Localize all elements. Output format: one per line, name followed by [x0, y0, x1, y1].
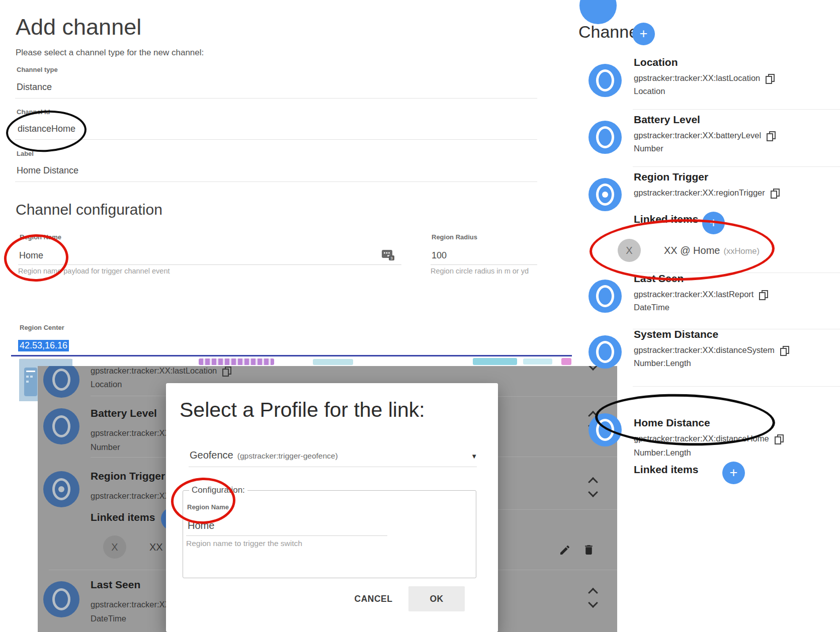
- region-radius-input[interactable]: 100: [432, 250, 447, 261]
- channel-icon: [589, 178, 622, 211]
- chevron-up-icon[interactable]: [588, 588, 598, 598]
- divider: [49, 570, 166, 570]
- item-avatar: X: [103, 535, 126, 559]
- divider: [633, 386, 840, 387]
- divider: [498, 570, 617, 570]
- region-name-input[interactable]: Home: [19, 250, 43, 261]
- channel-icon: [43, 471, 79, 507]
- channel-id-input[interactable]: distanceHome: [18, 124, 75, 134]
- label-field-label: Label: [17, 150, 34, 157]
- cancel-button[interactable]: CANCEL: [345, 588, 402, 610]
- profile-select-value: Geofence: [190, 449, 233, 461]
- radio-icon: [596, 184, 614, 206]
- selected-text: 42.53,16.16: [18, 340, 69, 351]
- channel-icon: [589, 335, 622, 369]
- calculator-icon: [24, 368, 37, 396]
- channel-type: Number: [634, 144, 663, 153]
- divider: [15, 139, 537, 140]
- map-sliver: [523, 358, 552, 365]
- linked-item-label: XX @ Home: [664, 245, 720, 256]
- circle-icon: [596, 419, 614, 441]
- region-radius-hint: Region circle radius in m or yd: [431, 267, 529, 275]
- linked-items-header: Linked items: [634, 213, 698, 225]
- divider: [186, 535, 387, 536]
- channel-title: Battery Level: [91, 407, 157, 419]
- ok-button[interactable]: OK: [408, 586, 465, 611]
- edit-icon[interactable]: [559, 544, 571, 558]
- chevron-down-icon[interactable]: [588, 487, 598, 497]
- region-name-label: Region Name: [20, 233, 61, 241]
- circle-icon: [596, 69, 614, 92]
- add-link-button[interactable]: +: [702, 212, 725, 234]
- dialog-region-name-label: Region Name: [187, 503, 229, 511]
- channel-icon: [589, 121, 622, 154]
- channel-icon: [589, 413, 622, 446]
- linked-items-header: Linked items: [634, 464, 698, 476]
- linked-items-header: Linked items: [91, 511, 155, 523]
- map-sliver: [561, 358, 571, 365]
- radio-icon: [52, 478, 70, 500]
- channel-type: Number: [91, 442, 120, 452]
- keypad-icon[interactable]: 3: [381, 248, 395, 263]
- divider: [91, 396, 166, 396]
- copy-icon[interactable]: [759, 290, 768, 299]
- copy-icon[interactable]: [775, 434, 783, 443]
- delete-icon[interactable]: [582, 544, 595, 558]
- channel-uid: gpstracker:tracker:XX:lastLocation: [91, 366, 231, 376]
- channel-title: Battery Level: [634, 114, 700, 126]
- copy-icon[interactable]: [771, 189, 779, 198]
- chevron-down-icon: ▼: [471, 453, 477, 460]
- chevron-up-icon[interactable]: [588, 477, 598, 487]
- linked-item[interactable]: XX @ Home(xxHome): [664, 245, 760, 256]
- copy-icon[interactable]: [222, 367, 231, 376]
- profile-dialog: Select a Profile for the link: Geofence …: [166, 383, 498, 632]
- channel-uid: gpstracker:tracker:XX:batteryLevel: [634, 131, 775, 140]
- divider: [15, 98, 537, 99]
- channel-uid: gpstracker:tracker:XX:lastReport: [634, 290, 768, 299]
- divider: [189, 467, 477, 467]
- region-center-label: Region Center: [20, 324, 64, 331]
- region-radius-label: Region Radius: [432, 233, 477, 241]
- channel-title: Last Seen: [634, 273, 684, 285]
- circle-icon: [52, 415, 70, 437]
- app-window: Add channel Please select a channel type…: [0, 0, 840, 632]
- region-center-input[interactable]: 42.53,16.16: [18, 340, 69, 351]
- profile-select[interactable]: Geofence (gpstracker:trigger-geofence) ▼: [190, 449, 477, 461]
- divider: [431, 264, 537, 265]
- copy-icon[interactable]: [766, 74, 774, 83]
- channel-uid: gpstracker:tracker:XX:distanceHome: [634, 434, 783, 443]
- channel-type-select[interactable]: Distance: [17, 82, 52, 93]
- label-input[interactable]: Home Distance: [17, 165, 78, 176]
- copy-icon[interactable]: [767, 131, 775, 140]
- divider: [498, 509, 617, 510]
- circle-icon: [596, 285, 614, 307]
- channel-uid: gpstracker:tracker:XX:regionTrigger: [634, 188, 779, 198]
- add-link-button[interactable]: +: [722, 462, 745, 484]
- divider: [498, 396, 617, 397]
- channel-title: Last Seen: [91, 579, 140, 591]
- divider: [91, 457, 166, 458]
- channel-uid: gpstracker:tracker:XX:lastLocation: [634, 73, 774, 83]
- focused-underline: [11, 355, 572, 356]
- dialog-region-name-input[interactable]: Home: [188, 520, 214, 531]
- dialog-title: Select a Profile for the link:: [180, 398, 425, 422]
- svg-text:3: 3: [390, 256, 393, 260]
- circle-icon: [52, 369, 70, 391]
- fieldset-legend: Configuration:: [189, 485, 247, 495]
- channel-type: Location: [634, 86, 665, 96]
- channel-type: Number:Length: [634, 448, 691, 458]
- channel-title: Location: [634, 56, 678, 68]
- chevron-down-icon[interactable]: [588, 366, 598, 371]
- channel-icon: [43, 408, 79, 444]
- form-subtitle: Please select a channel type for the new…: [16, 48, 204, 58]
- thing-avatar: [579, 0, 617, 24]
- copy-icon[interactable]: [780, 346, 789, 355]
- divider: [18, 264, 401, 265]
- section-title-channel-configuration: Channel configuration: [16, 201, 162, 218]
- divider: [15, 182, 537, 182]
- channel-type-label: Channel type: [17, 66, 58, 73]
- channel-type: Location: [91, 380, 122, 389]
- profile-select-detail: (gpstracker:trigger-geofence): [237, 452, 338, 461]
- chevron-down-icon[interactable]: [588, 598, 598, 608]
- add-channel-button[interactable]: +: [632, 23, 655, 45]
